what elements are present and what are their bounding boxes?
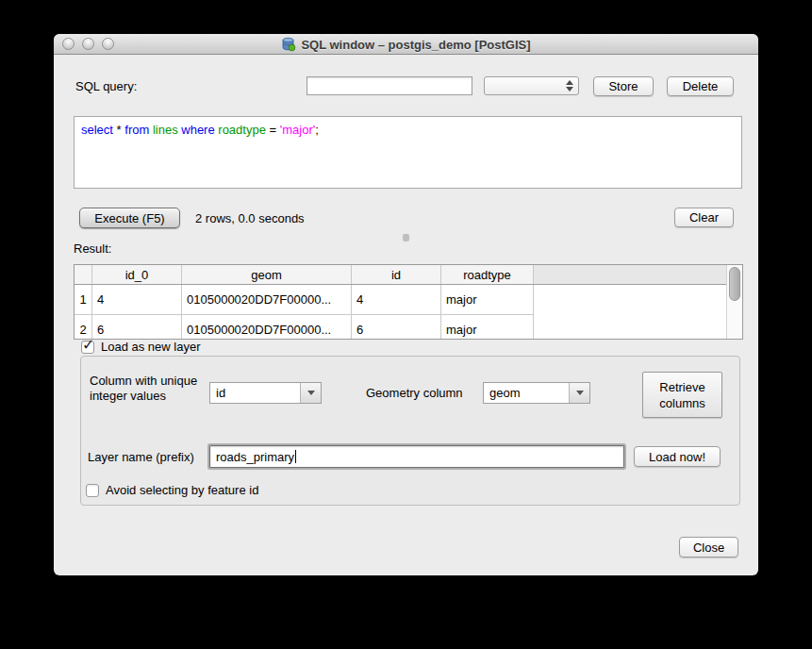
store-button[interactable]: Store (593, 76, 654, 96)
window-title: SQL window – postgis_demo [PostGIS] (301, 38, 530, 52)
result-label: Result: (74, 241, 111, 256)
table-cell[interactable]: 6 (92, 315, 182, 339)
sql-editor[interactable]: select * from lines where roadtype = 'ma… (74, 116, 742, 189)
database-icon (281, 37, 296, 52)
dropdown-arrow-icon[interactable] (300, 383, 321, 403)
row-number-header (75, 265, 92, 284)
screenshot-stage: SQL window – postgis_demo [PostGIS] SQL … (0, 0, 812, 649)
unique-column-select[interactable]: id (209, 382, 322, 404)
sql-token: roadtype (218, 123, 266, 137)
close-button[interactable]: Close (679, 537, 738, 557)
unique-column-value: id (216, 386, 225, 400)
table-row[interactable]: 140105000020DD7F00000...4major (75, 285, 726, 315)
sql-token: where (181, 123, 214, 137)
column-header-geom[interactable]: geom (182, 265, 352, 284)
column-header-id_0[interactable]: id_0 (92, 265, 182, 284)
sql-token: from (124, 123, 149, 137)
query-name-input[interactable] (307, 76, 472, 95)
stepper-arrows-icon (566, 77, 573, 94)
sql-query-label: SQL query: (75, 79, 137, 93)
header-filler (534, 265, 726, 284)
load-now-button[interactable]: Load now! (634, 446, 721, 467)
delete-button[interactable]: Delete (667, 76, 734, 96)
result-header: id_0geomidroadtype (75, 265, 726, 285)
sql-token: select (81, 123, 113, 137)
column-header-roadtype[interactable]: roadtype (441, 265, 534, 284)
table-cell[interactable]: 0105000020DD7F00000... (182, 285, 352, 315)
avoid-feature-id-label: Avoid selecting by feature id (106, 483, 258, 497)
row-number: 1 (75, 285, 92, 315)
table-row[interactable]: 260105000020DD7F00000...6major (75, 315, 726, 339)
layer-name-input[interactable]: roads_primary (209, 445, 624, 468)
geometry-column-select[interactable]: geom (483, 382, 590, 404)
clear-button[interactable]: Clear (674, 208, 734, 227)
table-cell[interactable]: major (441, 315, 534, 339)
geometry-column-value: geom (489, 386, 521, 400)
row-filler (534, 285, 726, 315)
table-cell[interactable]: 4 (92, 285, 182, 315)
table-scrollbar[interactable] (726, 265, 742, 339)
table-cell[interactable]: 0105000020DD7F00000... (182, 315, 352, 339)
result-body: 140105000020DD7F00000...4major2601050000… (75, 285, 726, 339)
row-filler (534, 315, 726, 339)
sql-token: 'major' (280, 123, 315, 137)
sql-token: * (113, 123, 124, 137)
title-bar[interactable]: SQL window – postgis_demo [PostGIS] (54, 34, 758, 55)
sql-text: select * from lines where roadtype = 'ma… (81, 123, 735, 137)
dropdown-arrow-icon[interactable] (569, 383, 589, 403)
checkbox-box[interactable]: ✓ (81, 341, 94, 354)
saved-query-select[interactable] (484, 76, 579, 95)
cursor-artifact (403, 234, 409, 241)
sql-window: SQL window – postgis_demo [PostGIS] SQL … (54, 34, 758, 575)
layer-name-value: roads_primary (216, 450, 294, 464)
sql-token: lines (153, 123, 178, 137)
scrollbar-thumb[interactable] (729, 267, 740, 301)
sql-token: ; (315, 123, 319, 137)
checkbox-box[interactable]: ✓ (86, 484, 99, 497)
sql-token: = (266, 123, 280, 137)
text-caret (295, 450, 296, 463)
table-cell[interactable]: major (441, 285, 534, 315)
execute-button[interactable]: Execute (F5) (79, 208, 180, 228)
table-cell[interactable]: 6 (352, 315, 441, 339)
load-as-new-layer-checkbox[interactable]: ✓ Load as new layer (81, 340, 201, 354)
table-cell[interactable]: 4 (352, 285, 441, 315)
load-as-new-layer-label: Load as new layer (101, 340, 201, 354)
avoid-feature-id-checkbox[interactable]: ✓ Avoid selecting by feature id (86, 483, 258, 497)
status-text: 2 rows, 0.0 seconds (195, 211, 305, 225)
unique-column-label: Column with unique integer values (90, 374, 197, 404)
layer-name-label: Layer name (prefix) (88, 450, 194, 464)
retrieve-columns-button[interactable]: Retrieve columns (642, 372, 722, 418)
result-table[interactable]: id_0geomidroadtype 140105000020DD7F00000… (74, 264, 743, 340)
column-header-id[interactable]: id (352, 265, 441, 284)
geometry-column-label: Geometry column (366, 386, 463, 400)
